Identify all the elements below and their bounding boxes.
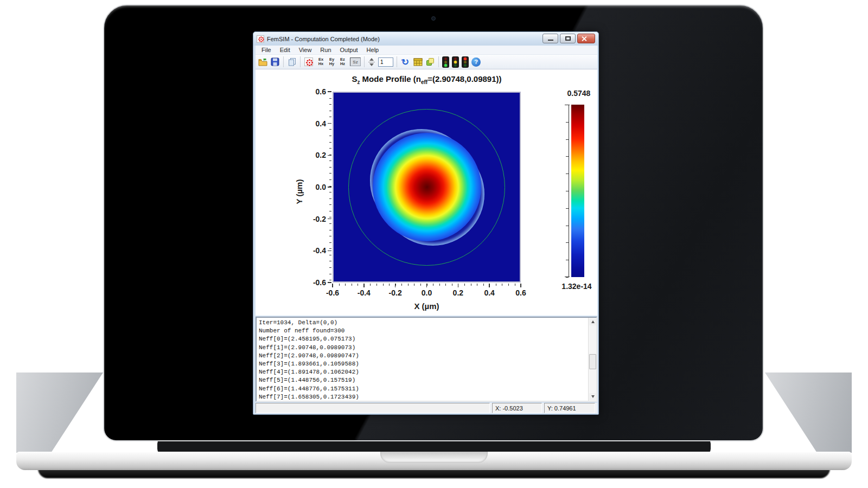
y-tick-mark xyxy=(328,91,331,92)
menu-run[interactable]: Run xyxy=(316,46,335,54)
x-axis-ticks xyxy=(333,284,521,287)
field-button-ez[interactable]: EzHz xyxy=(338,56,347,67)
traffic-light-yellow-icon[interactable] xyxy=(452,56,459,68)
menu-bar: FileEditViewRunOutputHelp xyxy=(256,46,597,55)
toolbar-separator xyxy=(300,56,301,67)
colorbar-tick xyxy=(566,139,569,140)
log-line: Neff[7]=(1.658305,0.1723439) xyxy=(259,393,586,401)
y-axis-ticks xyxy=(328,92,331,282)
open-icon xyxy=(258,58,267,66)
y-tick-label: 0.2 xyxy=(316,151,326,159)
y-axis-label: Y (µm) xyxy=(295,179,304,204)
colorbar-tick xyxy=(566,174,569,174)
maximize-icon xyxy=(565,36,571,41)
scroll-up-button[interactable] xyxy=(589,318,596,325)
x-tick-mark xyxy=(332,284,333,287)
y-tick-mark xyxy=(328,219,331,220)
spinner-down-icon[interactable] xyxy=(369,63,374,66)
menu-output[interactable]: Output xyxy=(336,46,362,54)
status-x-coordinate: X: -0.5023 xyxy=(492,403,542,413)
x-tick-label: -0.6 xyxy=(326,288,339,297)
field-button-ex[interactable]: ExHx xyxy=(316,56,326,67)
table-button[interactable] xyxy=(413,57,423,67)
log-line: Iter=1034, Delta=(0,0) xyxy=(259,319,586,327)
layers-icon xyxy=(426,57,435,66)
mode-spinner[interactable] xyxy=(368,58,375,66)
mode-profile-plot[interactable] xyxy=(333,92,521,282)
log-line: Neff[1]=(2.90748,0.0989073) xyxy=(259,344,586,352)
toolbar-separator xyxy=(438,56,439,67)
toolbar-separator xyxy=(364,56,365,67)
colorbar-tick xyxy=(566,122,569,123)
colorbar-tick xyxy=(566,208,569,209)
close-button[interactable] xyxy=(577,34,595,43)
colorbar-tick xyxy=(566,260,569,260)
y-axis-tick-labels: 0.60.40.20.0-0.2-0.4-0.6 xyxy=(303,92,326,282)
backdrop-wedge-right xyxy=(765,373,852,453)
x-tick-mark xyxy=(520,284,521,287)
x-tick-mark xyxy=(489,284,490,287)
log-lines: Iter=1034, Delta=(0,0)Number of neff fou… xyxy=(259,319,586,401)
menu-view[interactable]: View xyxy=(295,46,316,54)
x-tick-label: 0.6 xyxy=(515,288,526,297)
toolbar-separator xyxy=(283,56,284,67)
refresh-icon: ↻ xyxy=(400,56,410,67)
sz-button[interactable]: Sz xyxy=(350,57,361,66)
colorbar-tick xyxy=(566,191,569,191)
x-tick-mark xyxy=(395,284,396,287)
maximize-button[interactable] xyxy=(560,34,576,43)
x-tick-label: 0.0 xyxy=(422,288,432,297)
spinner-up-icon[interactable] xyxy=(369,58,374,61)
x-tick-label: -0.2 xyxy=(389,288,402,297)
colorbar-max-label: 0.5748 xyxy=(557,89,597,98)
colorbar-tick xyxy=(566,226,569,226)
scroll-down-button[interactable] xyxy=(589,393,596,400)
field-button-ey[interactable]: EyHy xyxy=(327,56,336,67)
menu-help[interactable]: Help xyxy=(362,46,384,54)
app-icon xyxy=(257,35,264,43)
traffic-light-red-icon[interactable] xyxy=(462,56,469,68)
webcam-icon xyxy=(431,16,436,21)
help-icon[interactable]: ? xyxy=(471,57,481,67)
menu-file[interactable]: File xyxy=(257,46,276,54)
plot-title: Sz Mode Profile (neff=(2.90748,0.09891)) xyxy=(333,74,521,85)
colorbar-tick xyxy=(566,242,569,243)
status-cell-empty xyxy=(256,403,490,413)
save-button[interactable] xyxy=(270,57,280,67)
y-tick-label: -0.4 xyxy=(313,246,326,255)
y-tick-mark xyxy=(328,187,331,188)
minimize-button[interactable] xyxy=(542,34,558,43)
colorbar-axis xyxy=(565,105,569,277)
mesh-button[interactable] xyxy=(304,57,314,67)
status-y-coordinate: Y: 0.74961 xyxy=(544,403,595,413)
stage: FemSIM - Computation Completed (Mode) Fi… xyxy=(0,0,868,488)
laptop-base xyxy=(16,452,852,470)
refresh-button[interactable]: ↻ xyxy=(400,57,410,67)
copy-icon xyxy=(288,57,296,66)
traffic-light-green-icon[interactable] xyxy=(442,56,449,68)
save-icon xyxy=(271,57,279,66)
menu-edit[interactable]: Edit xyxy=(276,46,295,54)
y-tick-mark xyxy=(328,282,331,283)
log-line: Neff[4]=(1.891478,0.1062042) xyxy=(259,368,586,376)
log-line: Neff[3]=(1.893661,0.1059588) xyxy=(259,360,586,368)
colorbar-tick xyxy=(566,277,569,278)
title-bar[interactable]: FemSIM - Computation Completed (Mode) xyxy=(253,32,598,46)
log-panel[interactable]: Iter=1034, Delta=(0,0)Number of neff fou… xyxy=(256,317,597,402)
scroll-thumb[interactable] xyxy=(589,354,596,369)
log-line: Neff[2]=(2.90748,0.09890747) xyxy=(259,352,586,360)
mode-index-input[interactable] xyxy=(378,57,393,67)
log-scrollbar[interactable] xyxy=(588,318,596,401)
mesh-logo-icon xyxy=(304,57,313,66)
copy-button[interactable] xyxy=(287,57,297,67)
layers-button[interactable] xyxy=(425,57,435,67)
x-tick-mark xyxy=(458,284,459,287)
colorbar-min-label: 1.32e-14 xyxy=(553,282,597,291)
y-tick-mark xyxy=(328,251,331,252)
log-line: Neff[0]=(2.458195,0.075173) xyxy=(259,335,586,343)
laptop-screen: FemSIM - Computation Completed (Mode) Fi… xyxy=(103,4,764,441)
toolbar-separator xyxy=(397,56,397,67)
open-button[interactable] xyxy=(258,57,267,67)
caption-buttons xyxy=(542,34,595,43)
x-tick-mark xyxy=(363,284,365,287)
